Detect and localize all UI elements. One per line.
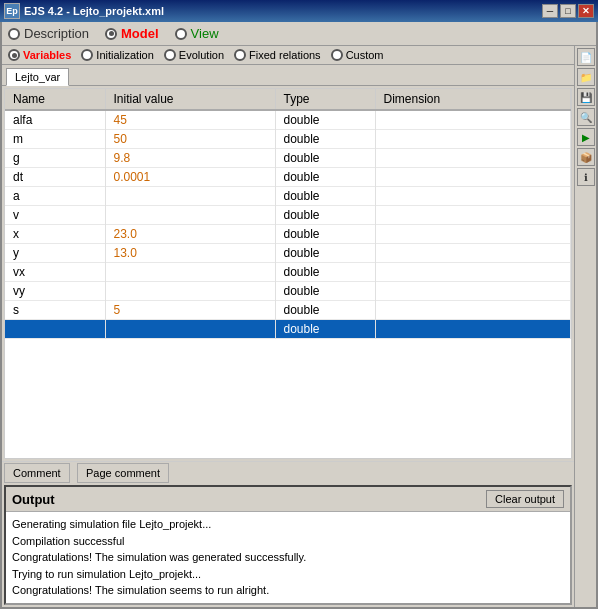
cell-initial-value: 0.0001 [105,168,275,187]
main-window: Description Model View Variables Initial… [0,22,598,609]
initialization-radio-circle [81,49,93,61]
table-row[interactable]: y13.0double [5,244,571,263]
description-label: Description [24,26,89,41]
table-row[interactable]: g9.8double [5,149,571,168]
info-button[interactable]: ℹ [577,168,595,186]
cell-initial-value [105,320,275,339]
cell-dimension [375,110,571,130]
variables-table: Name Initial value Type Dimension alfa45… [5,89,571,339]
variables-radio[interactable]: Variables [8,49,71,61]
table-row[interactable]: m50double [5,130,571,149]
cell-name: m [5,130,105,149]
cell-type: double [275,206,375,225]
model-label: Model [121,26,159,41]
cell-type: double [275,168,375,187]
clear-output-button[interactable]: Clear output [486,490,564,508]
cell-name: x [5,225,105,244]
run-button[interactable]: ▶ [577,128,595,146]
evolution-label: Evolution [179,49,224,61]
side-toolbar: 📄 📁 💾 🔍 ▶ 📦 ℹ [574,46,596,607]
cell-type: double [275,149,375,168]
cell-dimension [375,130,571,149]
description-radio-circle [8,28,20,40]
variables-table-container: Name Initial value Type Dimension alfa45… [4,88,572,459]
output-title: Output [12,492,55,507]
table-row[interactable]: vdouble [5,206,571,225]
cell-type: double [275,263,375,282]
cell-dimension [375,225,571,244]
cell-dimension [375,282,571,301]
cell-initial-value: 23.0 [105,225,275,244]
output-line: Generating simulation file Lejto_projekt… [12,516,564,533]
table-row[interactable]: s5double [5,301,571,320]
table-row[interactable]: x23.0double [5,225,571,244]
cell-type: double [275,187,375,206]
output-header: Output Clear output [6,487,570,512]
cell-dimension [375,263,571,282]
minimize-button[interactable]: ─ [542,4,558,18]
initialization-label: Initialization [96,49,153,61]
cell-name: y [5,244,105,263]
cell-name: vx [5,263,105,282]
search-button[interactable]: 🔍 [577,108,595,126]
header-name: Name [5,89,105,110]
save-button[interactable]: 💾 [577,88,595,106]
content-area: Variables Initialization Evolution Fixed… [2,46,596,607]
fixed-relations-radio-circle [234,49,246,61]
table-row[interactable]: double [5,320,571,339]
open-folder-button[interactable]: 📁 [577,68,595,86]
fixed-relations-radio[interactable]: Fixed relations [234,49,321,61]
custom-radio-circle [331,49,343,61]
table-row[interactable]: vydouble [5,282,571,301]
comment-area: Comment Page comment [2,461,574,483]
cell-dimension [375,244,571,263]
package-button[interactable]: 📦 [577,148,595,166]
view-radio-circle [175,28,187,40]
page-comment-tab[interactable]: Page comment [77,463,169,483]
cell-initial-value: 9.8 [105,149,275,168]
cell-initial-value [105,263,275,282]
table-row[interactable]: alfa45double [5,110,571,130]
view-radio[interactable]: View [175,26,219,41]
cell-initial-value: 50 [105,130,275,149]
table-row[interactable]: vxdouble [5,263,571,282]
lejto-var-tab[interactable]: Lejto_var [6,68,69,86]
model-radio[interactable]: Model [105,26,159,41]
variables-radio-circle [8,49,20,61]
output-line: Trying to run simulation Lejto_projekt..… [12,566,564,583]
cell-initial-value [105,187,275,206]
table-row[interactable]: adouble [5,187,571,206]
header-type: Type [275,89,375,110]
custom-radio[interactable]: Custom [331,49,384,61]
output-line: Congratulations! The simulation was gene… [12,549,564,566]
close-button[interactable]: ✕ [578,4,594,18]
cell-name: a [5,187,105,206]
table-row[interactable]: dt0.0001double [5,168,571,187]
comment-tab[interactable]: Comment [4,463,70,483]
custom-label: Custom [346,49,384,61]
view-label: View [191,26,219,41]
description-radio[interactable]: Description [8,26,89,41]
fixed-relations-label: Fixed relations [249,49,321,61]
cell-type: double [275,320,375,339]
cell-name: dt [5,168,105,187]
output-line: Compilation successful [12,533,564,550]
cell-type: double [275,301,375,320]
evolution-radio[interactable]: Evolution [164,49,224,61]
cell-dimension [375,168,571,187]
cell-dimension [375,320,571,339]
cell-initial-value: 5 [105,301,275,320]
cell-dimension [375,149,571,168]
initialization-radio[interactable]: Initialization [81,49,153,61]
cell-type: double [275,282,375,301]
left-panel: Variables Initialization Evolution Fixed… [2,46,574,607]
top-toolbar: Description Model View [2,22,596,46]
output-body: Generating simulation file Lejto_projekt… [6,512,570,603]
cell-name: v [5,206,105,225]
maximize-button[interactable]: □ [560,4,576,18]
tab-row: Lejto_var [2,65,574,86]
cell-type: double [275,225,375,244]
cell-initial-value: 45 [105,110,275,130]
cell-name: g [5,149,105,168]
new-file-button[interactable]: 📄 [577,48,595,66]
